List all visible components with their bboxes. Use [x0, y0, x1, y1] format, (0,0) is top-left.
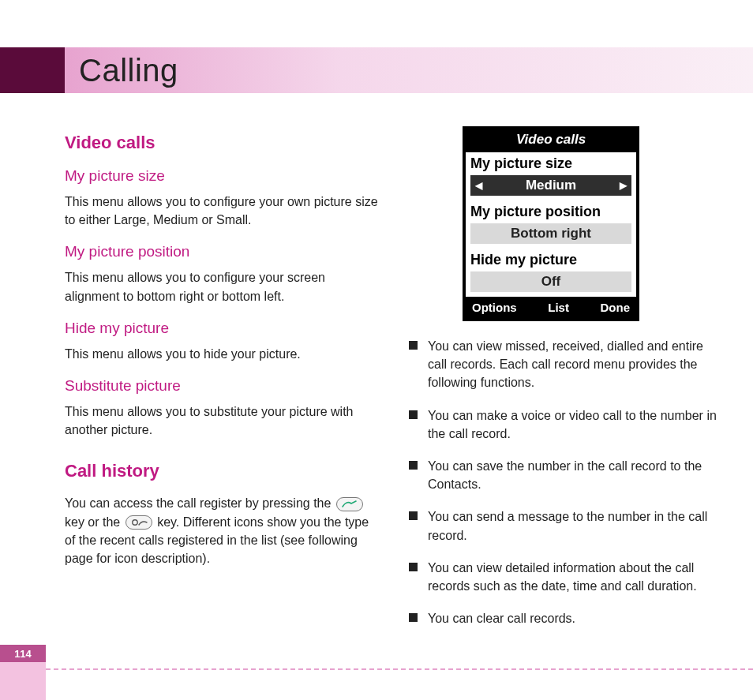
- list-item: You can clear call records.: [409, 609, 721, 627]
- phone-row-label: Hide my picture: [466, 249, 636, 271]
- phone-row-label: My picture size: [466, 152, 636, 175]
- text-call-history: You can access the call register by pres…: [65, 494, 380, 567]
- header-bg: Calling: [65, 47, 753, 93]
- text-substitute-picture: This menu allows you to substitute your …: [65, 402, 380, 439]
- section-video-calls: Video calls: [65, 133, 380, 153]
- svg-point-0: [133, 520, 137, 525]
- left-arrow-icon: ◀: [475, 180, 482, 191]
- list-item: You can view detailed information about …: [409, 559, 721, 595]
- phone-value: Bottom right: [511, 226, 591, 241]
- right-arrow-icon: ▶: [620, 180, 627, 191]
- phone-screenshot: Video calls My picture size ◀ Medium ▶ M…: [463, 126, 639, 321]
- phone-value: Off: [541, 274, 561, 289]
- list-item: You can make a voice or video call to th…: [409, 406, 721, 443]
- text-fragment: key or the: [65, 515, 124, 529]
- text-my-picture-position: This menu allows you to configure your s…: [65, 268, 380, 305]
- section-call-history: Call history: [65, 461, 380, 481]
- phone-title: Video calls: [466, 129, 636, 152]
- side-accent: [0, 662, 46, 700]
- page: Calling Video calls My picture size This…: [0, 0, 753, 700]
- video-key-icon: [126, 515, 152, 530]
- subhead-my-picture-size: My picture size: [65, 167, 380, 185]
- list-item: You can save the number in the call reco…: [409, 457, 721, 493]
- softkey-center: List: [548, 301, 569, 314]
- bullet-list: You can view missed, received, dialled a…: [409, 337, 721, 627]
- subhead-hide-my-picture: Hide my picture: [65, 320, 380, 337]
- footer-divider: [46, 668, 753, 670]
- text-fragment: You can access the call register by pres…: [65, 496, 335, 510]
- left-column: Video calls My picture size This menu al…: [65, 126, 380, 645]
- list-item: You can view missed, received, dialled a…: [409, 337, 721, 392]
- page-number: 114: [0, 645, 46, 662]
- phone-row-value: Bottom right: [470, 223, 631, 244]
- page-title: Calling: [79, 53, 178, 88]
- list-item: You can send a message to the number in …: [409, 507, 721, 544]
- text-hide-my-picture: This menu allows you to hide your pictur…: [65, 345, 380, 363]
- phone-softkeys: Options List Done: [466, 297, 636, 318]
- phone-value: Medium: [526, 178, 576, 193]
- phone-row-value-selected: ◀ Medium ▶: [470, 175, 631, 196]
- text-my-picture-size: This menu allows you to configure your o…: [65, 193, 380, 229]
- phone-row-label: My picture position: [466, 200, 636, 223]
- send-key-icon: [336, 497, 363, 511]
- softkey-right: Done: [601, 301, 631, 314]
- phone-row-value: Off: [470, 271, 631, 292]
- header-accent: [0, 47, 65, 93]
- softkey-left: Options: [472, 301, 517, 314]
- header-band: Calling: [0, 47, 753, 93]
- subhead-my-picture-position: My picture position: [65, 243, 380, 260]
- subhead-substitute-picture: Substitute picture: [65, 377, 380, 395]
- content: Video calls My picture size This menu al…: [65, 126, 721, 645]
- right-column: Video calls My picture size ◀ Medium ▶ M…: [409, 126, 721, 645]
